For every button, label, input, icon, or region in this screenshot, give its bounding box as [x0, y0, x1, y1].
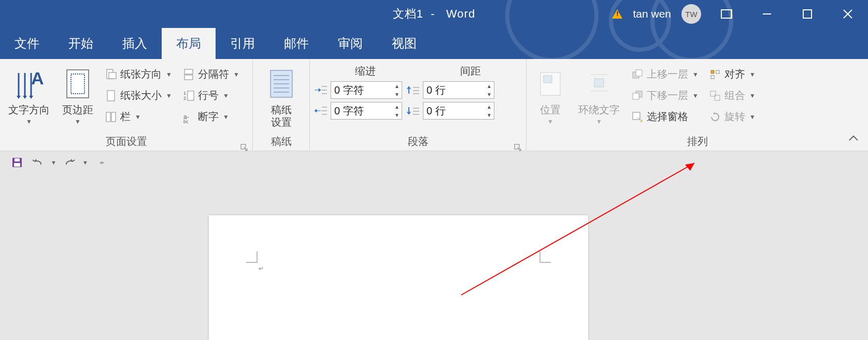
- hyphenation-button[interactable]: a-bc 断字▼: [178, 108, 244, 126]
- spinner-down[interactable]: ▼: [392, 111, 402, 119]
- send-backward-button[interactable]: 下移一层▼: [627, 86, 703, 105]
- chevron-down-icon: ▼: [233, 71, 239, 78]
- spinner-up[interactable]: ▲: [392, 82, 402, 90]
- svg-rect-50: [711, 70, 714, 73]
- avatar[interactable]: TW: [681, 4, 701, 24]
- undo-dropdown[interactable]: ▼: [51, 159, 56, 166]
- svg-rect-0: [721, 10, 732, 18]
- spinner-up[interactable]: ▲: [485, 102, 494, 111]
- spacing-header: 间距: [418, 64, 523, 78]
- breaks-icon: [182, 68, 195, 81]
- svg-text:bc: bc: [183, 119, 189, 123]
- tab-file[interactable]: 文件: [0, 28, 54, 59]
- paragraph-launcher[interactable]: [514, 141, 522, 150]
- group-manuscript: 稿纸设置 稿纸: [253, 59, 310, 151]
- spacing-after-icon: [405, 104, 420, 118]
- tab-insert[interactable]: 插入: [108, 28, 162, 59]
- save-button[interactable]: [9, 155, 25, 170]
- indent-right-icon: [313, 104, 328, 118]
- orientation-button[interactable]: 纸张方向▼: [101, 65, 176, 83]
- spinner-up[interactable]: ▲: [485, 82, 494, 90]
- spinner-up[interactable]: ▲: [392, 102, 402, 111]
- svg-rect-12: [111, 112, 116, 122]
- document-area[interactable]: ↵: [0, 174, 868, 340]
- spacing-after-input[interactable]: ▲▼: [423, 102, 494, 120]
- spinner-down[interactable]: ▼: [485, 90, 494, 98]
- group-paragraph-label: 段落: [408, 136, 429, 147]
- spacing-before-icon: [405, 83, 420, 97]
- title-bar: 文档1 - Word tan wen TW: [0, 0, 868, 28]
- tab-home[interactable]: 开始: [54, 28, 108, 59]
- indent-right-input[interactable]: ▲▼: [331, 102, 402, 120]
- size-button[interactable]: 纸张大小▼: [101, 86, 176, 105]
- tab-layout[interactable]: 布局: [162, 28, 216, 59]
- svg-rect-52: [711, 76, 714, 79]
- doc-name: 文档1: [393, 7, 423, 20]
- wrap-text-button[interactable]: 环绕文字 ▼: [573, 63, 625, 126]
- group-button[interactable]: 组合▼: [705, 86, 760, 105]
- svg-rect-17: [188, 91, 194, 100]
- breaks-button[interactable]: 分隔符▼: [178, 65, 244, 83]
- close-button[interactable]: [833, 4, 863, 24]
- size-icon: [105, 90, 117, 102]
- tab-references[interactable]: 引用: [216, 28, 269, 59]
- line-numbers-button[interactable]: 12 行号▼: [178, 86, 244, 105]
- svg-rect-11: [106, 112, 110, 122]
- qat-customize-dropdown[interactable]: ≂: [99, 159, 104, 166]
- text-direction-icon: A: [13, 66, 45, 101]
- maximize-button[interactable]: [792, 4, 822, 24]
- text-direction-label: 文字方向: [8, 104, 50, 116]
- document-page[interactable]: ↵: [209, 215, 588, 340]
- redo-button[interactable]: [62, 155, 77, 170]
- collapse-ribbon-button[interactable]: [848, 134, 859, 143]
- redo-dropdown[interactable]: ▼: [82, 159, 88, 166]
- warning-icon[interactable]: [612, 9, 622, 19]
- group-page-setup-label: 页面设置: [106, 136, 147, 147]
- group-page-setup: A 文字方向 ▼ 页边距 ▼ 纸张方向▼ 纸张大小▼: [0, 59, 253, 151]
- bring-forward-button[interactable]: 上移一层▼: [627, 65, 703, 83]
- margins-button[interactable]: 页边距 ▼: [57, 63, 98, 126]
- text-direction-button[interactable]: A 文字方向 ▼: [3, 63, 55, 126]
- svg-text:1: 1: [183, 91, 186, 96]
- svg-text:A: A: [31, 68, 44, 88]
- svg-rect-9: [109, 72, 116, 79]
- align-button[interactable]: 对齐▼: [705, 65, 760, 83]
- chevron-down-icon: ▼: [596, 118, 602, 125]
- tab-view[interactable]: 视图: [377, 28, 431, 59]
- indent-left-input[interactable]: ▲▼: [331, 81, 402, 99]
- ribbon-display-options-button[interactable]: [712, 4, 742, 24]
- spacing-before-input[interactable]: ▲▼: [423, 81, 494, 99]
- chevron-down-icon: ▼: [135, 113, 141, 121]
- bring-forward-icon: [631, 68, 644, 81]
- manuscript-settings-button[interactable]: 稿纸设置: [261, 63, 302, 129]
- indent-header: 缩进: [313, 64, 418, 78]
- margin-corner-icon: [246, 252, 258, 263]
- rotate-button[interactable]: 旋转▼: [705, 108, 760, 126]
- chevron-down-icon: ▼: [223, 113, 229, 121]
- minimize-button[interactable]: [752, 4, 782, 24]
- undo-button[interactable]: [30, 155, 46, 170]
- selection-pane-icon: [631, 111, 644, 123]
- user-name[interactable]: tan wen: [633, 8, 671, 20]
- spinner-down[interactable]: ▼: [392, 90, 402, 98]
- orientation-icon: [105, 68, 117, 81]
- svg-rect-48: [633, 93, 639, 99]
- svg-rect-2: [803, 10, 812, 18]
- columns-button[interactable]: 栏▼: [101, 108, 176, 126]
- tab-review[interactable]: 审阅: [323, 28, 377, 59]
- tab-mailings[interactable]: 邮件: [269, 28, 323, 59]
- svg-rect-46: [636, 70, 642, 76]
- spinner-down[interactable]: ▼: [485, 111, 494, 119]
- svg-text:2: 2: [183, 96, 186, 101]
- svg-rect-41: [544, 76, 552, 83]
- send-backward-icon: [631, 90, 644, 102]
- align-icon: [709, 68, 721, 81]
- line-numbers-icon: 12: [182, 90, 195, 102]
- chevron-down-icon: ▼: [166, 71, 172, 78]
- position-button[interactable]: 位置 ▼: [530, 63, 571, 126]
- selection-pane-button[interactable]: 选择窗格: [627, 108, 703, 126]
- quick-access-toolbar: ▼ ▼ ≂: [0, 151, 868, 174]
- group-manuscript-label: 稿纸: [271, 136, 292, 147]
- page-setup-launcher[interactable]: [240, 141, 248, 150]
- manuscript-icon: [266, 66, 297, 101]
